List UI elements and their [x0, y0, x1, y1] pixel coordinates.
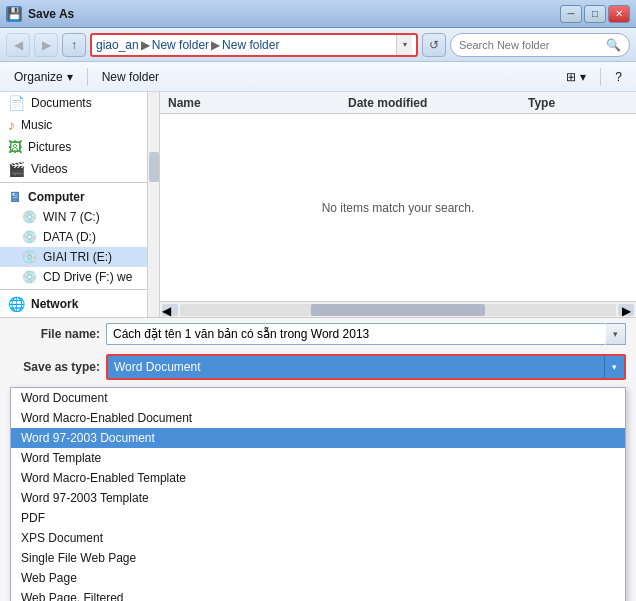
scrollbar-track [180, 304, 616, 316]
horizontal-scrollbar[interactable]: ◀ ▶ [160, 301, 636, 317]
breadcrumb-item-1[interactable]: giao_an [96, 38, 139, 52]
sidebar-item-label: GIAI TRI (E:) [43, 250, 112, 264]
saveastype-dropdown-button[interactable]: ▾ [604, 356, 624, 378]
address-dropdown-button[interactable]: ▾ [396, 35, 412, 55]
dropdown-item-word-template[interactable]: Word Template [11, 448, 625, 468]
close-button[interactable]: ✕ [608, 5, 630, 23]
breadcrumb-item-2[interactable]: New folder [152, 38, 209, 52]
network-icon: 🌐 [8, 296, 25, 312]
breadcrumb-item-3[interactable]: New folder [222, 38, 279, 52]
filename-input-wrap: ▾ [106, 323, 626, 345]
empty-message: No items match your search. [322, 201, 475, 215]
sidebar-divider [0, 182, 148, 183]
sidebar-item-documents[interactable]: 📄 Documents [0, 92, 148, 114]
view-options-icon: ⊞ [566, 70, 576, 84]
back-button[interactable]: ◀ [6, 33, 30, 57]
organize-label: Organize [14, 70, 63, 84]
toolbar-separator-2 [600, 68, 601, 86]
organize-dropdown-icon: ▾ [67, 70, 73, 84]
window-title: Save As [28, 7, 560, 21]
sidebar-section-computer[interactable]: 🖥 Computer [0, 185, 148, 207]
maximize-button[interactable]: □ [584, 5, 606, 23]
saveastype-wrap: Word Document ▾ [106, 354, 626, 380]
file-column-headers: Name Date modified Type [160, 92, 636, 114]
sidebar: 📄 Documents ♪ Music 🖼 Pictures 🎬 Videos … [0, 92, 160, 317]
folder-icon: 📄 [8, 95, 25, 111]
forward-button[interactable]: ▶ [34, 33, 58, 57]
up-icon: ↑ [71, 38, 77, 52]
window-controls: ─ □ ✕ [560, 5, 630, 23]
file-body: No items match your search. [160, 114, 636, 301]
save-form: File name: ▾ Save as type: Word Document… [0, 317, 636, 601]
sidebar-item-win7[interactable]: 💿 WIN 7 (C:) [0, 207, 148, 227]
search-icon: 🔍 [606, 38, 621, 52]
sidebar-inner: 📄 Documents ♪ Music 🖼 Pictures 🎬 Videos … [0, 92, 148, 317]
search-input[interactable] [459, 39, 606, 51]
view-options-dropdown-icon: ▾ [580, 70, 586, 84]
scroll-left-btn[interactable]: ◀ [162, 304, 178, 316]
view-options-button[interactable]: ⊞ ▾ [562, 68, 590, 86]
search-bar: 🔍 [450, 33, 630, 57]
drive-icon: 💿 [22, 270, 37, 284]
saveastype-value: Word Document [108, 356, 604, 378]
saveastype-row: Save as type: Word Document ▾ [0, 352, 636, 383]
title-bar: 💾 Save As ─ □ ✕ [0, 0, 636, 28]
drive-icon: 💿 [22, 230, 37, 244]
sidebar-item-giaitri[interactable]: 💿 GIAI TRI (E:) [0, 247, 148, 267]
pictures-icon: 🖼 [8, 139, 22, 155]
column-date: Date modified [348, 96, 528, 110]
navigation-bar: ◀ ▶ ↑ giao_an ▶ New folder ▶ New folder … [0, 28, 636, 62]
dropdown-item-single-web[interactable]: Single File Web Page [11, 548, 625, 568]
dropdown-item-word-97-template[interactable]: Word 97-2003 Template [11, 488, 625, 508]
refresh-button[interactable]: ↺ [422, 33, 446, 57]
dropdown-item-word-macro-template[interactable]: Word Macro-Enabled Template [11, 468, 625, 488]
sidebar-item-pictures[interactable]: 🖼 Pictures [0, 136, 148, 158]
toolbar: Organize ▾ New folder ⊞ ▾ ? [0, 62, 636, 92]
breadcrumb: giao_an ▶ New folder ▶ New folder [96, 38, 396, 52]
help-icon: ? [615, 70, 622, 84]
computer-section-label: Computer [28, 190, 85, 204]
new-folder-button[interactable]: New folder [98, 68, 163, 86]
filename-row: File name: ▾ [0, 318, 636, 348]
saveastype-label: Save as type: [10, 360, 100, 374]
dropdown-item-word-97[interactable]: Word 97-2003 Document [11, 428, 625, 448]
sidebar-item-label: WIN 7 (C:) [43, 210, 100, 224]
dropdown-item-pdf[interactable]: PDF [11, 508, 625, 528]
scroll-right-btn[interactable]: ▶ [618, 304, 634, 316]
dropdown-item-word-doc[interactable]: Word Document [11, 388, 625, 408]
scrollbar-thumb [149, 152, 159, 182]
file-area: Name Date modified Type No items match y… [160, 92, 636, 317]
forward-icon: ▶ [42, 38, 51, 52]
dropdown-item-web-filtered[interactable]: Web Page, Filtered [11, 588, 625, 601]
app-icon: 💾 [6, 6, 22, 22]
filename-dropdown-button[interactable]: ▾ [606, 323, 626, 345]
sidebar-item-dataD[interactable]: 💿 DATA (D:) [0, 227, 148, 247]
sidebar-section-network[interactable]: 🌐 Network [0, 292, 148, 314]
music-icon: ♪ [8, 117, 15, 133]
network-section-label: Network [31, 297, 78, 311]
sidebar-item-videos[interactable]: 🎬 Videos [0, 158, 148, 180]
minimize-button[interactable]: ─ [560, 5, 582, 23]
organize-button[interactable]: Organize ▾ [10, 68, 77, 86]
sidebar-item-label: CD Drive (F:) we [43, 270, 132, 284]
sidebar-item-label: Videos [31, 162, 67, 176]
computer-icon: 🖥 [8, 189, 22, 205]
address-bar[interactable]: giao_an ▶ New folder ▶ New folder ▾ [90, 33, 418, 57]
filename-label: File name: [10, 327, 100, 341]
videos-icon: 🎬 [8, 161, 25, 177]
sidebar-item-cdDrive[interactable]: 💿 CD Drive (F:) we [0, 267, 148, 287]
sidebar-item-mycomputer[interactable]: 🖥 MY_COMPUTER [0, 314, 148, 317]
dropdown-item-word-macro[interactable]: Word Macro-Enabled Document [11, 408, 625, 428]
saveastype-dropdown-list: Word Document Word Macro-Enabled Documen… [10, 387, 626, 601]
filename-input[interactable] [106, 323, 606, 345]
main-content: 📄 Documents ♪ Music 🖼 Pictures 🎬 Videos … [0, 92, 636, 317]
sidebar-scrollbar[interactable] [147, 92, 159, 317]
drive-icon: 💿 [22, 250, 37, 264]
dropdown-item-web-page[interactable]: Web Page [11, 568, 625, 588]
sidebar-item-music[interactable]: ♪ Music [0, 114, 148, 136]
help-button[interactable]: ? [611, 68, 626, 86]
column-type: Type [528, 96, 628, 110]
back-icon: ◀ [14, 38, 23, 52]
dropdown-item-xps[interactable]: XPS Document [11, 528, 625, 548]
up-button[interactable]: ↑ [62, 33, 86, 57]
